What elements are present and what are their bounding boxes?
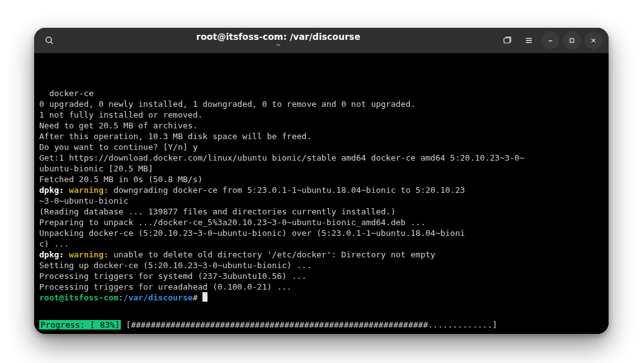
window-title: root@itsfoss-com: /var/discourse ~ (58, 32, 498, 49)
progress-bar: [#######################################… (121, 320, 502, 329)
close-button[interactable] (585, 32, 602, 49)
titlebar: root@itsfoss-com: /var/discourse ~ (34, 28, 609, 53)
terminal-line: Processing triggers for ureadahead (0.10… (39, 281, 604, 292)
terminal-line: docker-ce (39, 88, 604, 99)
window-title-main: root@itsfoss-com: /var/discourse (58, 32, 498, 42)
terminal-line: dpkg: warning: unable to delete old dire… (39, 249, 604, 260)
terminal-line: Processing triggers for systemd (237-3ub… (39, 271, 604, 281)
prompt-line[interactable]: root@itsfoss-com:/var/discourse# (39, 292, 604, 303)
terminal-line: 0 upgraded, 0 newly installed, 1 downgra… (39, 99, 604, 109)
menu-icon[interactable] (520, 32, 538, 49)
terminal-line: Need to get 20.5 MB of archives. (39, 120, 604, 131)
minimize-button[interactable] (542, 32, 559, 49)
maximize-button[interactable] (563, 32, 581, 49)
terminal-line: (Reading database ... 139877 files and d… (39, 206, 604, 217)
terminal-line: Do you want to continue? [Y/n] y (39, 142, 604, 152)
terminal-line: Unpacking docker-ce (5:20.10.23~3-0~ubun… (39, 228, 604, 238)
terminal-line: Preparing to unpack .../docker-ce_5%3a20… (39, 217, 604, 228)
svg-rect-2 (504, 38, 510, 43)
search-icon[interactable] (40, 32, 58, 49)
svg-point-0 (46, 37, 52, 43)
terminal-line: ~3-0~ubuntu-bionic (39, 195, 604, 206)
terminal-line: After this operation, 10.3 MB disk space… (39, 131, 604, 142)
cursor (202, 292, 207, 302)
progress-row: Progress: [ 83%] [######################… (34, 319, 609, 330)
terminal-line: Fetched 20.5 MB in 0s (50.8 MB/s) (39, 174, 604, 185)
terminal-window: root@itsfoss-com: /var/discourse ~ (34, 28, 609, 334)
svg-rect-7 (570, 39, 574, 42)
svg-line-1 (51, 42, 53, 44)
terminal-line: 1 not fully installed or removed. (39, 109, 604, 120)
terminal-line: Setting up docker-ce (5:20.10.23~3-0~ubu… (39, 260, 604, 271)
terminal-line: Get:1 https://download.docker.com/linux/… (39, 152, 604, 163)
terminal-line: c) ... (39, 238, 604, 249)
terminal-line: dpkg: warning: downgrading docker-ce fro… (39, 185, 604, 195)
progress-label: Progress: [ 83%] (39, 320, 121, 329)
new-tab-icon[interactable] (498, 32, 516, 49)
window-title-sub: ~ (58, 42, 498, 49)
terminal-line: ubuntu-bionic [20.5 MB] (39, 163, 604, 174)
terminal-output[interactable]: docker-ce0 upgraded, 0 newly installed, … (34, 53, 609, 334)
